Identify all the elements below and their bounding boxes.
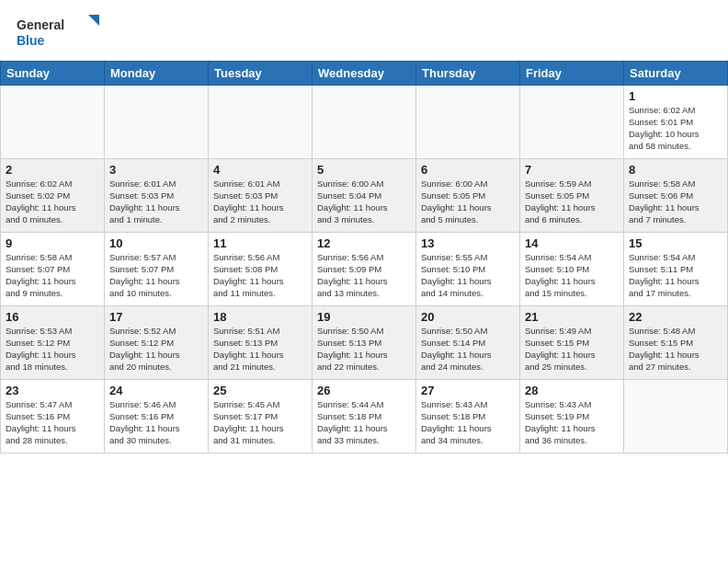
day-info: Sunrise: 6:02 AM Sunset: 5:02 PM Dayligh… — [6, 178, 99, 226]
day-number: 24 — [109, 384, 203, 397]
day-number: 27 — [421, 384, 515, 397]
calendar-cell — [624, 379, 728, 453]
day-number: 2 — [6, 163, 99, 177]
calendar-cell: 20Sunrise: 5:50 AM Sunset: 5:14 PM Dayli… — [416, 305, 520, 379]
calendar-cell: 11Sunrise: 5:56 AM Sunset: 5:08 PM Dayli… — [209, 232, 313, 305]
calendar-cell: 16Sunrise: 5:53 AM Sunset: 5:12 PM Dayli… — [1, 305, 105, 379]
calendar-cell: 19Sunrise: 5:50 AM Sunset: 5:13 PM Dayli… — [313, 305, 416, 379]
svg-marker-1 — [88, 15, 99, 26]
day-number: 20 — [421, 310, 515, 324]
calendar-cell: 17Sunrise: 5:52 AM Sunset: 5:12 PM Dayli… — [105, 305, 209, 379]
day-info: Sunrise: 5:52 AM Sunset: 5:12 PM Dayligh… — [109, 325, 203, 373]
calendar-cell: 7Sunrise: 5:59 AM Sunset: 5:05 PM Daylig… — [520, 158, 624, 232]
day-info: Sunrise: 5:47 AM Sunset: 5:16 PM Dayligh… — [6, 398, 99, 447]
page-header: General Blue — [0, 0, 728, 61]
weekday-header-monday: Monday — [105, 61, 209, 85]
day-number: 18 — [213, 310, 307, 324]
calendar-cell: 26Sunrise: 5:44 AM Sunset: 5:18 PM Dayli… — [313, 379, 416, 453]
calendar-cell — [313, 85, 416, 158]
day-info: Sunrise: 6:00 AM Sunset: 5:05 PM Dayligh… — [421, 178, 515, 226]
calendar-week-1: 1Sunrise: 6:02 AM Sunset: 5:01 PM Daylig… — [1, 85, 728, 158]
calendar-cell: 14Sunrise: 5:54 AM Sunset: 5:10 PM Dayli… — [520, 232, 624, 305]
weekday-header-sunday: Sunday — [1, 61, 105, 85]
day-number: 12 — [317, 236, 411, 250]
day-number: 9 — [6, 236, 99, 250]
calendar-cell: 3Sunrise: 6:01 AM Sunset: 5:03 PM Daylig… — [105, 158, 209, 232]
calendar-cell — [416, 85, 520, 158]
day-info: Sunrise: 5:43 AM Sunset: 5:19 PM Dayligh… — [525, 398, 619, 447]
day-number: 17 — [109, 310, 203, 324]
calendar-cell: 25Sunrise: 5:45 AM Sunset: 5:17 PM Dayli… — [209, 379, 313, 453]
day-info: Sunrise: 5:56 AM Sunset: 5:08 PM Dayligh… — [213, 251, 307, 300]
day-info: Sunrise: 5:58 AM Sunset: 5:06 PM Dayligh… — [629, 178, 722, 226]
svg-text:General: General — [17, 17, 64, 32]
calendar-cell — [209, 85, 313, 158]
day-info: Sunrise: 5:57 AM Sunset: 5:07 PM Dayligh… — [109, 251, 203, 300]
day-number: 23 — [6, 384, 99, 397]
calendar-table: SundayMondayTuesdayWednesdayThursdayFrid… — [0, 61, 728, 454]
day-info: Sunrise: 5:50 AM Sunset: 5:14 PM Dayligh… — [421, 325, 515, 373]
day-info: Sunrise: 5:54 AM Sunset: 5:10 PM Dayligh… — [525, 251, 619, 300]
day-number: 3 — [109, 163, 203, 177]
day-number: 7 — [525, 163, 619, 177]
calendar-cell: 15Sunrise: 5:54 AM Sunset: 5:11 PM Dayli… — [624, 232, 728, 305]
day-number: 16 — [6, 310, 99, 324]
calendar-cell: 27Sunrise: 5:43 AM Sunset: 5:18 PM Dayli… — [416, 379, 520, 453]
calendar-cell: 23Sunrise: 5:47 AM Sunset: 5:16 PM Dayli… — [1, 379, 105, 453]
day-info: Sunrise: 5:51 AM Sunset: 5:13 PM Dayligh… — [213, 325, 307, 373]
calendar-cell: 21Sunrise: 5:49 AM Sunset: 5:15 PM Dayli… — [520, 305, 624, 379]
weekday-header-thursday: Thursday — [416, 61, 520, 85]
day-info: Sunrise: 5:49 AM Sunset: 5:15 PM Dayligh… — [525, 325, 619, 373]
calendar-page: General Blue SundayMondayTuesdayWednesda… — [0, 0, 728, 563]
day-info: Sunrise: 5:59 AM Sunset: 5:05 PM Dayligh… — [525, 178, 619, 226]
day-info: Sunrise: 5:50 AM Sunset: 5:13 PM Dayligh… — [317, 325, 411, 373]
day-info: Sunrise: 5:45 AM Sunset: 5:17 PM Dayligh… — [213, 398, 307, 447]
calendar-cell: 10Sunrise: 5:57 AM Sunset: 5:07 PM Dayli… — [105, 232, 209, 305]
day-number: 6 — [421, 163, 515, 177]
day-number: 8 — [629, 163, 722, 177]
day-info: Sunrise: 6:01 AM Sunset: 5:03 PM Dayligh… — [213, 178, 307, 226]
calendar-cell: 22Sunrise: 5:48 AM Sunset: 5:15 PM Dayli… — [624, 305, 728, 379]
logo-svg: General Blue — [17, 13, 99, 50]
day-info: Sunrise: 5:56 AM Sunset: 5:09 PM Dayligh… — [317, 251, 411, 300]
calendar-cell: 28Sunrise: 5:43 AM Sunset: 5:19 PM Dayli… — [520, 379, 624, 453]
calendar-cell: 18Sunrise: 5:51 AM Sunset: 5:13 PM Dayli… — [209, 305, 313, 379]
day-info: Sunrise: 6:01 AM Sunset: 5:03 PM Dayligh… — [109, 178, 203, 226]
weekday-header-row: SundayMondayTuesdayWednesdayThursdayFrid… — [1, 61, 728, 85]
day-info: Sunrise: 5:54 AM Sunset: 5:11 PM Dayligh… — [629, 251, 722, 300]
day-info: Sunrise: 5:48 AM Sunset: 5:15 PM Dayligh… — [629, 325, 722, 373]
day-number: 13 — [421, 236, 515, 250]
day-info: Sunrise: 6:00 AM Sunset: 5:04 PM Dayligh… — [317, 178, 411, 226]
weekday-header-friday: Friday — [520, 61, 624, 85]
weekday-header-wednesday: Wednesday — [313, 61, 416, 85]
day-info: Sunrise: 6:02 AM Sunset: 5:01 PM Dayligh… — [629, 104, 722, 153]
day-number: 26 — [317, 384, 411, 397]
day-number: 25 — [213, 384, 307, 397]
day-info: Sunrise: 5:43 AM Sunset: 5:18 PM Dayligh… — [421, 398, 515, 447]
logo-container: General Blue — [17, 13, 99, 53]
day-number: 14 — [525, 236, 619, 250]
calendar-week-5: 23Sunrise: 5:47 AM Sunset: 5:16 PM Dayli… — [1, 379, 728, 453]
calendar-cell: 12Sunrise: 5:56 AM Sunset: 5:09 PM Dayli… — [313, 232, 416, 305]
day-number: 5 — [317, 163, 411, 177]
calendar-cell: 2Sunrise: 6:02 AM Sunset: 5:02 PM Daylig… — [1, 158, 105, 232]
day-number: 19 — [317, 310, 411, 324]
day-info: Sunrise: 5:44 AM Sunset: 5:18 PM Dayligh… — [317, 398, 411, 447]
day-info: Sunrise: 5:46 AM Sunset: 5:16 PM Dayligh… — [109, 398, 203, 447]
weekday-header-saturday: Saturday — [624, 61, 728, 85]
calendar-cell — [1, 85, 105, 158]
day-info: Sunrise: 5:53 AM Sunset: 5:12 PM Dayligh… — [6, 325, 99, 373]
weekday-header-tuesday: Tuesday — [209, 61, 313, 85]
day-number: 11 — [213, 236, 307, 250]
calendar-cell: 24Sunrise: 5:46 AM Sunset: 5:16 PM Dayli… — [105, 379, 209, 453]
svg-text:Blue: Blue — [17, 33, 45, 48]
day-number: 22 — [629, 310, 722, 324]
calendar-cell: 5Sunrise: 6:00 AM Sunset: 5:04 PM Daylig… — [313, 158, 416, 232]
calendar-cell: 9Sunrise: 5:58 AM Sunset: 5:07 PM Daylig… — [1, 232, 105, 305]
day-number: 1 — [629, 89, 722, 103]
calendar-cell — [520, 85, 624, 158]
calendar-week-4: 16Sunrise: 5:53 AM Sunset: 5:12 PM Dayli… — [1, 305, 728, 379]
calendar-cell: 1Sunrise: 6:02 AM Sunset: 5:01 PM Daylig… — [624, 85, 728, 158]
calendar-cell — [105, 85, 209, 158]
calendar-cell: 13Sunrise: 5:55 AM Sunset: 5:10 PM Dayli… — [416, 232, 520, 305]
